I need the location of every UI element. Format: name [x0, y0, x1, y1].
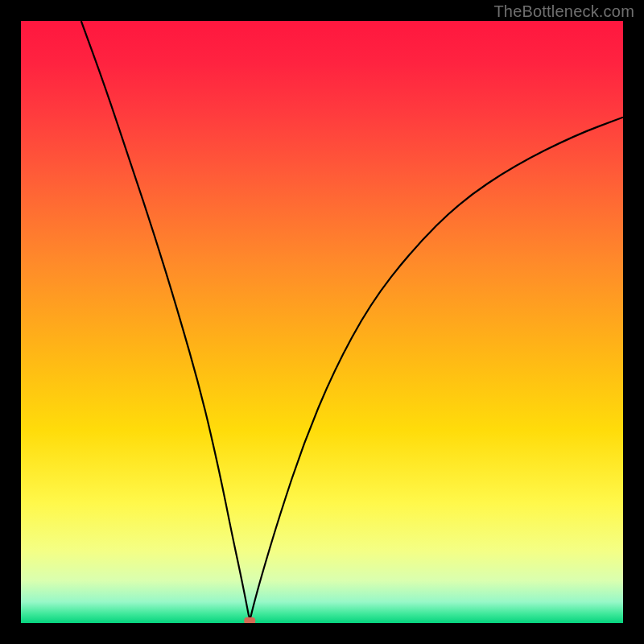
optimum-marker: [244, 617, 255, 623]
watermark-text: TheBottleneck.com: [493, 2, 634, 21]
bottleneck-curve: [81, 21, 623, 617]
chart-frame: TheBottleneck.com: [0, 0, 644, 644]
chart-curve-layer: [21, 21, 623, 623]
plot-area: [21, 21, 623, 623]
